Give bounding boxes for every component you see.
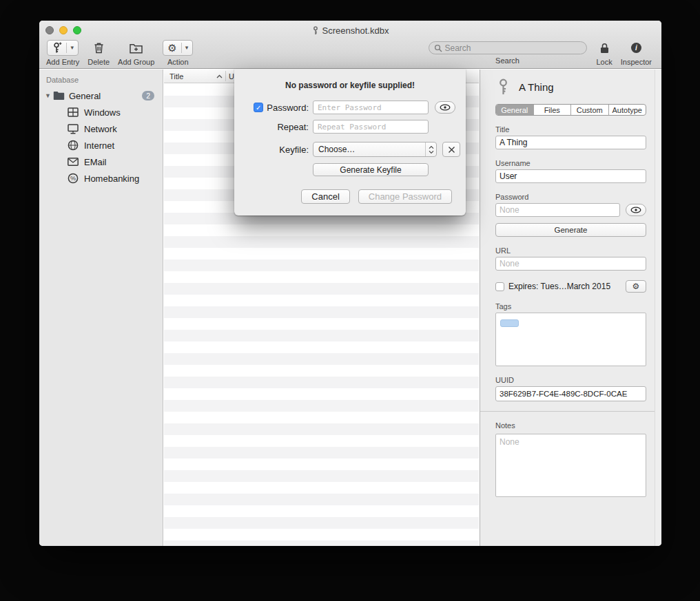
uuid-field[interactable] xyxy=(495,386,646,401)
action-button[interactable]: ⚙ ▾ xyxy=(163,40,193,56)
keyfile-label: Keyfile: xyxy=(279,145,309,155)
tab-files[interactable]: Files xyxy=(534,105,572,115)
checkmark-icon: ✓ xyxy=(256,104,261,112)
expires-row: Expires: Tues…March 2015 ⚙ xyxy=(495,280,646,293)
title-field-label: Title xyxy=(495,125,646,134)
keyfile-popup[interactable]: Choose… xyxy=(313,142,437,157)
sidebar-item-internet[interactable]: Internet xyxy=(39,137,163,154)
expires-options-button[interactable]: ⚙ xyxy=(626,280,646,293)
chevron-down-icon[interactable]: ▾ xyxy=(185,45,189,51)
stepper-icon xyxy=(425,143,436,156)
entry-count-badge: 2 xyxy=(142,91,154,101)
tags-box[interactable] xyxy=(495,313,646,366)
globe-icon xyxy=(67,140,79,151)
sidebar-item-windows[interactable]: Windows xyxy=(39,104,163,120)
url-field[interactable] xyxy=(495,257,646,271)
delete-button[interactable] xyxy=(91,40,107,56)
zoom-button[interactable] xyxy=(73,26,81,34)
gear-icon: ⚙ xyxy=(167,43,176,53)
column-header-title[interactable]: Title xyxy=(169,72,183,81)
password-field[interactable] xyxy=(495,203,620,217)
uuid-label: UUID xyxy=(495,376,646,384)
section-divider xyxy=(480,411,661,412)
delete-label: Delete xyxy=(88,58,110,66)
search-input[interactable] xyxy=(445,43,581,53)
inspector-tabs: General Files Custom Autotype xyxy=(495,104,646,116)
search-icon xyxy=(434,44,442,52)
eye-icon xyxy=(440,104,451,111)
password-input[interactable] xyxy=(313,101,429,114)
key-icon xyxy=(497,78,510,95)
inspector-button[interactable]: i xyxy=(628,40,644,56)
sidebar-item-label: Internet xyxy=(84,140,114,151)
sidebar-section-header: Database xyxy=(39,70,163,87)
svg-text:%: % xyxy=(70,175,75,182)
notes-label: Notes xyxy=(495,421,646,430)
generate-keyfile-button[interactable]: Generate Keyfile xyxy=(313,163,429,176)
folder-plus-icon xyxy=(130,43,143,54)
tag-chip[interactable] xyxy=(500,319,519,327)
sidebar-item-label: Windows xyxy=(84,107,121,118)
inspector-panel: A Thing General Files Custom Autotype Ti… xyxy=(480,70,661,546)
repeat-label: Repeat: xyxy=(277,122,309,132)
tab-custom[interactable]: Custom xyxy=(571,105,609,115)
sidebar-item-homebanking[interactable]: % Homebanking xyxy=(39,170,163,187)
notes-field[interactable] xyxy=(495,434,646,497)
info-icon: i xyxy=(631,43,641,53)
sidebar-item-network[interactable]: Network xyxy=(39,120,163,137)
repeat-row: Repeat: xyxy=(234,117,466,136)
tags-label: Tags xyxy=(495,302,646,310)
lock-label: Lock xyxy=(597,58,612,66)
password-row xyxy=(495,203,646,217)
percent-coin-icon: % xyxy=(67,173,79,184)
eye-icon xyxy=(630,207,641,213)
username-field[interactable] xyxy=(495,169,646,183)
keyfile-selected-value: Choose… xyxy=(313,145,425,154)
close-x-icon xyxy=(448,146,455,154)
close-button[interactable] xyxy=(45,26,54,34)
button-divider xyxy=(181,43,182,53)
generate-password-button[interactable]: Generate xyxy=(495,223,646,237)
expires-checkbox[interactable] xyxy=(495,282,504,291)
sidebar-item-email[interactable]: EMail xyxy=(39,154,163,170)
search-field[interactable] xyxy=(429,41,587,54)
repeat-input[interactable] xyxy=(313,120,429,134)
minimize-button[interactable] xyxy=(59,26,68,34)
window-header: Screenshot.kdbx ▾ Add Entry xyxy=(39,21,661,69)
inspector-label: Inspector xyxy=(621,58,652,66)
reveal-password-button[interactable] xyxy=(626,204,646,216)
lock-button[interactable] xyxy=(597,40,612,56)
password-dialog: No password or keyfile supplied! ✓ Passw… xyxy=(234,69,466,215)
windows-icon xyxy=(67,107,79,117)
entry-header: A Thing xyxy=(497,78,646,96)
cancel-button[interactable]: Cancel xyxy=(301,189,349,204)
add-entry-group: ▾ Add Entry xyxy=(46,40,79,66)
tab-autotype[interactable]: Autotype xyxy=(609,105,646,115)
folder-icon xyxy=(53,91,65,101)
tab-general[interactable]: General xyxy=(496,105,534,115)
disclosure-triangle-icon[interactable]: ▼ xyxy=(45,92,53,99)
delete-group: Delete xyxy=(88,40,110,66)
search-group: Search xyxy=(429,40,587,65)
app-window: Screenshot.kdbx ▾ Add Entry xyxy=(39,21,661,546)
dialog-message: No password or keyfile supplied! xyxy=(234,81,466,90)
title-field[interactable] xyxy=(495,136,646,149)
password-checkbox[interactable]: ✓ xyxy=(254,103,263,112)
reveal-password-button[interactable] xyxy=(435,101,455,114)
toolbar: ▾ Add Entry Delete Add Group xyxy=(39,39,661,69)
change-password-button[interactable]: Change Password xyxy=(358,189,452,204)
inspector-scrollbar[interactable] xyxy=(655,70,661,546)
add-entry-button[interactable]: ▾ xyxy=(47,40,79,56)
trash-icon xyxy=(94,42,104,54)
clear-keyfile-button[interactable] xyxy=(442,142,460,157)
action-group: ⚙ ▾ Action xyxy=(163,40,193,66)
keyfile-row: Keyfile: Choose… xyxy=(234,139,466,160)
sidebar-item-label: Homebanking xyxy=(84,173,139,184)
add-group-button[interactable] xyxy=(127,40,145,56)
sidebar-item-general[interactable]: ▼ General 2 xyxy=(39,87,163,104)
chevron-down-icon[interactable]: ▾ xyxy=(70,45,74,51)
entry-title: A Thing xyxy=(519,81,554,93)
column-divider[interactable] xyxy=(225,71,226,81)
password-row: ✓ Password: xyxy=(234,98,466,117)
search-label: Search xyxy=(495,56,519,65)
